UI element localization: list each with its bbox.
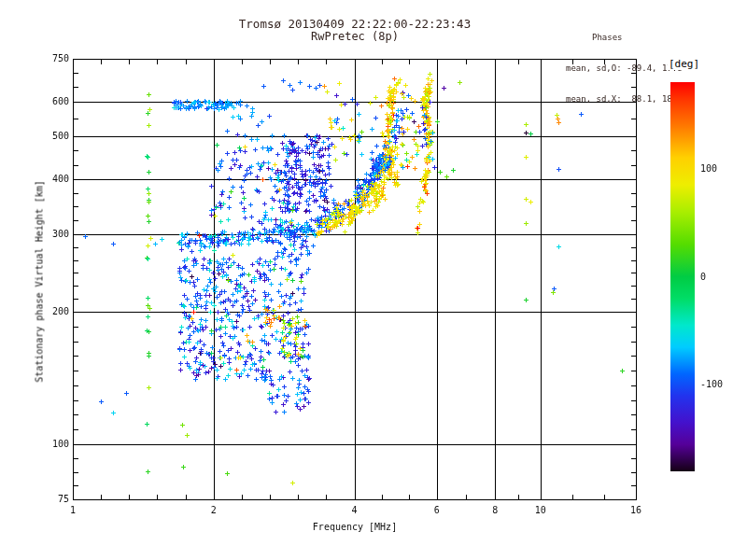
x-tick-label: 6 — [418, 505, 456, 515]
x-tick-label: 10 — [522, 505, 559, 515]
x-tick-label: 4 — [336, 505, 374, 515]
y-tick-label: 200 — [30, 306, 69, 316]
y-tick-label: 100 — [30, 439, 69, 449]
stats-heading: Phases — [566, 33, 725, 43]
colorbar-tick-label: 0 — [700, 272, 738, 282]
x-tick-label: 2 — [195, 505, 233, 515]
y-tick-label: 75 — [30, 494, 69, 504]
x-tick-label: 1 — [54, 505, 92, 515]
ionogram-screen: { "header": { "title_line1": "Tromsø 201… — [0, 0, 747, 560]
colorbar-tick-label: -100 — [700, 379, 738, 389]
stats-x-mode-line: mean, sd,X: 88.1, 18.9 — [566, 94, 725, 105]
x-tick-label: 16 — [617, 505, 655, 515]
plot-title: Tromsø 20130409 22:22:00-22:23:43 — [75, 18, 635, 31]
x-tick-label: 8 — [476, 505, 514, 515]
y-tick-label: 600 — [30, 96, 69, 106]
y-tick-label: 500 — [30, 131, 69, 141]
colorbar-unit-label: [deg] — [668, 58, 700, 70]
stats-o-mode-line: mean, sd,O: -89.4, 17.8 — [566, 63, 725, 74]
phase-stats-block: Phases mean, sd,O: -89.4, 17.8 mean, sd,… — [566, 12, 725, 115]
y-tick-label: 400 — [30, 174, 69, 184]
colorbar-gradient — [670, 82, 695, 471]
y-tick-label: 750 — [30, 53, 69, 63]
plot-subtitle: RwPretec (8p) — [75, 31, 635, 43]
colorbar-tick-label: 100 — [700, 163, 738, 174]
plot-header: Tromsø 20130409 22:22:00-22:23:43 RwPret… — [75, 18, 635, 43]
y-tick-label: 300 — [30, 229, 69, 239]
x-axis-label: Frequency [MHz] — [215, 522, 495, 532]
